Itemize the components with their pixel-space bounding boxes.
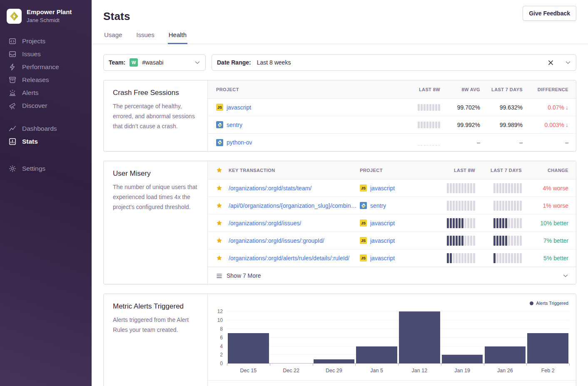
transaction-link[interactable]: /organizations/:orgId/issues/:groupId/ xyxy=(229,237,324,244)
y-axis-tick-label: 8 xyxy=(220,326,223,332)
sparkline-bars xyxy=(493,253,522,263)
star-icon[interactable] xyxy=(216,185,229,191)
python-platform-icon xyxy=(360,202,367,209)
transaction-link[interactable]: /organizations/:orgId/stats/team/ xyxy=(229,185,311,192)
main-area: Stats Give Feedback UsageIssuesHealth Te… xyxy=(92,0,588,386)
project-link[interactable]: javascript xyxy=(370,185,395,192)
transaction-link[interactable]: /organizations/:orgId/issues/ xyxy=(229,220,301,227)
sidebar-item-label: Alerts xyxy=(22,89,39,97)
legend-dot-icon xyxy=(530,301,533,305)
chevron-down-icon xyxy=(194,60,200,65)
javascript-platform-icon: JS xyxy=(360,237,367,244)
project-link[interactable]: javascript xyxy=(370,237,395,244)
sidebar-item-dashboards[interactable]: Dashboards xyxy=(0,122,92,135)
discover-icon xyxy=(8,102,16,110)
project-cell: JSjavascript xyxy=(360,254,429,261)
show-more-button[interactable]: Show 7 More xyxy=(208,267,576,284)
sidebar-item-discover[interactable]: Discover xyxy=(0,99,92,112)
user-misery-table: KEY TRANSACTIONPROJECTLAST 8WLAST 7 DAYS… xyxy=(208,161,576,284)
nav-group: Settings xyxy=(0,162,92,175)
star-icon[interactable] xyxy=(216,220,229,226)
x-axis-label: Jan 12 xyxy=(398,368,441,374)
project-link[interactable]: sentry xyxy=(227,122,242,128)
javascript-platform-icon: JS xyxy=(216,104,223,111)
org-user: Jane Schmidt xyxy=(27,17,72,24)
tab-health[interactable]: Health xyxy=(168,31,187,44)
star-icon[interactable] xyxy=(216,237,229,244)
8w-avg-value: 99.702% xyxy=(440,104,480,111)
dashboards-icon xyxy=(8,125,16,132)
alerts-icon xyxy=(8,89,16,97)
team-label: Team: xyxy=(109,59,125,66)
org-logo-icon xyxy=(7,9,22,24)
sidebar-item-alerts[interactable]: Alerts xyxy=(0,86,92,99)
table-row: /organizations/:orgId/stats/team/JSjavas… xyxy=(208,179,576,197)
star-icon[interactable] xyxy=(216,255,229,261)
project-link[interactable]: javascript xyxy=(370,255,395,261)
sparkline-bars xyxy=(447,218,475,228)
arrow-down-icon: ↓ xyxy=(566,122,568,128)
javascript-platform-icon: JS xyxy=(360,254,367,261)
metric-alerts-panel: Metric Alerts Triggered Alerts triggered… xyxy=(103,294,576,386)
x-axis-tick xyxy=(484,364,484,366)
tab-usage[interactable]: Usage xyxy=(103,31,123,44)
column-header: DIFFERENCE xyxy=(523,87,568,92)
sidebar-item-settings[interactable]: Settings xyxy=(0,162,92,175)
chevron-down-icon xyxy=(563,273,568,279)
javascript-platform-icon: JS xyxy=(360,219,367,227)
star-icon[interactable] xyxy=(216,202,229,209)
table-row: /organizations/:orgId/issues/JSjavascrip… xyxy=(208,214,576,232)
give-feedback-button[interactable]: Give Feedback xyxy=(523,6,576,21)
transaction-link[interactable]: /organizations/:orgId/alerts/rules/detai… xyxy=(229,255,349,261)
date-range-selector[interactable]: Date Range: Last 8 weeks xyxy=(212,54,576,71)
org-switcher[interactable]: Empower Plant Jane Schmidt xyxy=(0,8,92,35)
chart-slot: Dec 22 xyxy=(270,306,313,364)
chart-bar[interactable] xyxy=(485,346,526,364)
project-link[interactable]: python-ov xyxy=(227,139,252,146)
chart-bar[interactable] xyxy=(442,355,483,364)
sidebar-item-label: Stats xyxy=(22,138,38,145)
sidebar-item-stats[interactable]: Stats xyxy=(0,135,92,148)
chart-slot: Dec 29 xyxy=(313,306,356,364)
transaction-link[interactable]: /api/0/organizations/{organization_slug}… xyxy=(229,202,360,209)
sparkline-bars xyxy=(418,104,440,111)
list-icon xyxy=(216,273,222,279)
chart-bar[interactable] xyxy=(314,359,355,364)
chart-bar[interactable] xyxy=(527,333,568,364)
project-cell: JSjavascript xyxy=(360,184,429,192)
org-name: Empower Plant xyxy=(27,8,72,16)
arrow-down-icon: ↓ xyxy=(566,104,568,111)
sparkline-bars xyxy=(418,122,440,128)
chart-bar[interactable] xyxy=(356,346,397,364)
x-axis-label: Dec 15 xyxy=(227,368,270,374)
x-axis-label: Dec 22 xyxy=(270,368,313,374)
difference-value: 0.003%↓ xyxy=(523,122,568,128)
sidebar-item-issues[interactable]: Issues xyxy=(0,47,92,60)
date-range-value: Last 8 weeks xyxy=(257,59,291,66)
project-link[interactable]: sentry xyxy=(370,202,386,209)
clear-icon[interactable] xyxy=(548,60,553,65)
x-axis-label: Feb 2 xyxy=(526,368,569,374)
x-axis-tick xyxy=(441,364,441,366)
chart-bar[interactable] xyxy=(399,311,440,364)
sidebar-item-projects[interactable]: Projects xyxy=(0,35,92,47)
metric-alerts-description: Metric Alerts Triggered Alerts triggered… xyxy=(104,294,208,386)
project-link[interactable]: javascript xyxy=(227,104,251,111)
chart-slot: Jan 26 xyxy=(484,306,527,364)
tab-issues[interactable]: Issues xyxy=(135,31,155,44)
sparkline-bars xyxy=(493,236,522,246)
app-root: Empower Plant Jane Schmidt ProjectsIssue… xyxy=(0,0,588,386)
sidebar-item-performance[interactable]: Performance xyxy=(0,60,92,73)
org-text: Empower Plant Jane Schmidt xyxy=(27,8,72,24)
last-7-days-sparkline xyxy=(475,218,522,228)
projects-icon xyxy=(8,37,16,45)
sidebar-item-releases[interactable]: Releases xyxy=(0,73,92,86)
sidebar-item-label: Discover xyxy=(22,102,47,110)
team-selector[interactable]: Team: W #wasabi xyxy=(103,54,206,71)
sparkline-bars xyxy=(447,236,475,246)
team-value: #wasabi xyxy=(142,59,163,66)
project-link[interactable]: javascript xyxy=(370,220,395,227)
table-header-row: PROJECTLAST 8W8W AVGLAST 7 DAYSDIFFERENC… xyxy=(208,80,576,99)
table-row: python-ov––– xyxy=(208,134,576,151)
chart-bar[interactable] xyxy=(228,333,269,364)
